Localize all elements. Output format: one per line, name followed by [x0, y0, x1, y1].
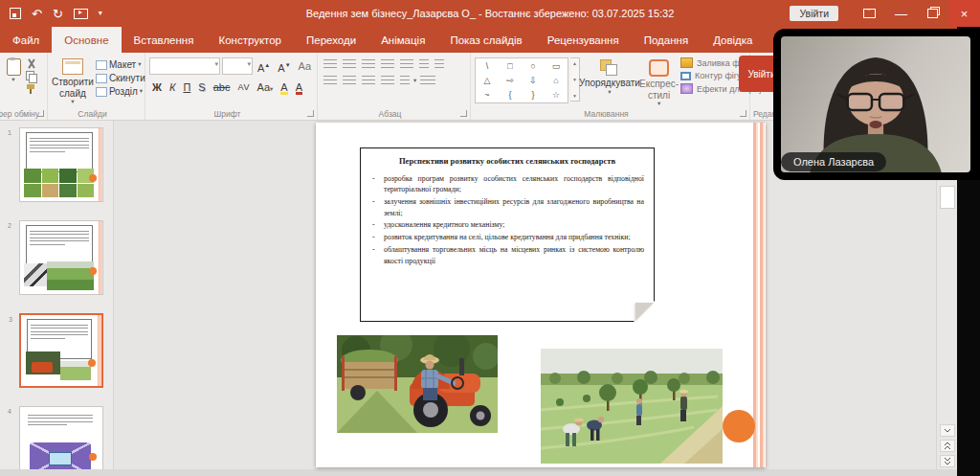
previous-slide-button[interactable] — [940, 440, 955, 452]
shape-brace-left-icon[interactable]: { — [508, 90, 511, 100]
minimize-button[interactable]: — — [885, 0, 917, 27]
drawing-dialog-launcher-icon[interactable] — [740, 110, 746, 117]
shape-curve-icon[interactable]: ~ — [484, 90, 489, 100]
ribbon-display-options-button[interactable] — [854, 0, 885, 27]
quick-styles-button[interactable]: Експрес-стилі ▾ — [639, 57, 679, 107]
italic-button[interactable]: К — [167, 79, 178, 95]
slide-number: 1 — [8, 129, 11, 136]
tab-review[interactable]: Рецензування — [535, 27, 632, 53]
new-slide-button[interactable]: Створити слайд ▾ — [52, 57, 94, 105]
thumb-orange-dot — [89, 267, 97, 275]
cut-icon[interactable] — [25, 58, 37, 69]
arrange-button[interactable]: Упорядкувати ▾ — [582, 57, 637, 95]
slide-textbox[interactable]: Перспективи розвитку особистих селянськи… — [360, 147, 655, 322]
next-slide-button[interactable] — [940, 455, 955, 467]
shape-arrow-down-icon[interactable]: ⇩ — [529, 76, 537, 85]
shapes-gallery[interactable]: \ □ ○ ▭ △ ⇨ ⇩ ⌂ ~ { } ☆ — [475, 57, 568, 103]
orchard-photo-graphic — [541, 349, 723, 464]
close-button[interactable]: × — [948, 0, 980, 27]
current-slide[interactable]: Перспективи розвитку особистих селянськи… — [316, 123, 766, 467]
shape-rounded-rect-icon[interactable]: ▭ — [552, 61, 561, 71]
highlight-color-button[interactable]: А — [278, 79, 290, 95]
restore-button[interactable] — [917, 0, 948, 27]
line-spacing-icon[interactable] — [400, 59, 413, 70]
section-button[interactable]: Розділ▾ — [96, 86, 145, 97]
tab-help[interactable]: Довідка — [701, 27, 765, 53]
shape-rectangle-icon[interactable]: □ — [507, 61, 512, 71]
section-label: Розділ — [109, 86, 138, 97]
align-left-icon[interactable] — [323, 76, 337, 86]
thumb3-orchard-photo — [60, 361, 91, 380]
orchard-photo[interactable] — [541, 349, 723, 464]
justify-icon[interactable] — [381, 76, 394, 86]
align-center-icon[interactable] — [343, 76, 356, 86]
strikethrough-button[interactable]: abc — [211, 79, 234, 95]
thumbnail-slide-4[interactable]: 4 — [19, 406, 103, 469]
tab-transitions[interactable]: Переходи — [294, 27, 368, 53]
tractor-photo[interactable] — [337, 335, 498, 433]
tab-design[interactable]: Конструктор — [206, 27, 294, 53]
text-direction-icon[interactable] — [419, 59, 429, 70]
shape-oval-icon[interactable]: ○ — [530, 61, 535, 71]
customize-qat-icon[interactable]: ▾ — [99, 10, 102, 17]
tab-view[interactable]: Подання — [632, 27, 701, 53]
clear-formatting-button[interactable]: Аа — [296, 58, 315, 74]
shape-callout-icon[interactable]: ⌂ — [553, 76, 558, 85]
shapes-more-icon[interactable]: ▼ — [572, 93, 577, 99]
numbering-icon[interactable] — [343, 59, 356, 70]
thumbnail-slide-2[interactable]: 2 — [19, 220, 103, 295]
increase-font-size-button[interactable]: А▲ — [255, 57, 273, 76]
scrollbar-thumb[interactable] — [940, 186, 955, 209]
start-slideshow-icon[interactable] — [74, 9, 88, 19]
tab-slideshow[interactable]: Показ слайдів — [437, 27, 534, 53]
decrease-font-size-button[interactable]: А▼ — [275, 57, 293, 76]
scroll-down-button[interactable] — [940, 424, 955, 437]
increase-indent-icon[interactable] — [381, 59, 394, 70]
text-shadow-button[interactable]: S — [195, 79, 208, 95]
thumb2-landscape-photo — [47, 261, 94, 290]
align-right-icon[interactable] — [362, 76, 375, 86]
paste-button[interactable]: ▾ — [4, 57, 23, 83]
underline-button[interactable]: П — [180, 79, 193, 95]
tab-insert[interactable]: Вставлення — [122, 27, 207, 53]
bullets-icon[interactable] — [323, 59, 337, 70]
copy-icon[interactable] — [25, 71, 37, 81]
quick-access-toolbar: ↶ ↻ ▾ — [0, 8, 102, 20]
slide-orange-circle-shape[interactable] — [723, 410, 755, 442]
columns-icon[interactable] — [400, 76, 410, 86]
change-case-button[interactable]: Аа▾ — [254, 79, 276, 95]
format-painter-icon[interactable] — [25, 83, 37, 94]
shapes-scroll-up-icon[interactable]: ▲ — [572, 60, 577, 66]
webcam-tile[interactable]: Олена Лазарєва — [773, 29, 980, 180]
decrease-indent-icon[interactable] — [362, 59, 375, 70]
shape-line-icon[interactable]: \ — [486, 61, 489, 71]
slide-thumbnail-panel: 1 2 3 — [0, 121, 114, 469]
tab-file[interactable]: Файл — [0, 27, 52, 53]
font-color-button[interactable]: А — [293, 79, 305, 95]
thumbnail-slide-1[interactable]: 1 — [19, 127, 103, 202]
save-icon[interactable] — [10, 8, 21, 19]
convert-to-smartart-icon[interactable] — [420, 76, 435, 86]
tab-home[interactable]: Основне — [52, 27, 121, 53]
tab-animations[interactable]: Анімація — [368, 27, 437, 53]
shapes-scroll-mid-icon[interactable]: ▼ — [572, 77, 577, 82]
thumb-orange-dot — [89, 453, 97, 461]
font-size-combobox[interactable] — [222, 57, 253, 75]
signin-button[interactable]: Увійти — [790, 6, 838, 22]
clipboard-dialog-launcher-icon[interactable] — [37, 110, 44, 117]
shape-star-icon[interactable]: ☆ — [552, 90, 560, 100]
paragraph-dialog-launcher-icon[interactable] — [460, 110, 467, 117]
reset-button[interactable]: Скинути — [96, 73, 145, 83]
shape-brace-right-icon[interactable]: } — [531, 90, 534, 100]
shape-arrow-right-icon[interactable]: ⇨ — [506, 76, 514, 85]
thumbnail-slide-3-selected[interactable]: 3 — [19, 313, 103, 388]
undo-icon[interactable]: ↶ — [32, 8, 42, 20]
bold-button[interactable]: Ж — [149, 79, 165, 95]
layout-button[interactable]: Макет▾ — [96, 59, 145, 70]
font-name-combobox[interactable] — [149, 57, 220, 75]
character-spacing-button[interactable]: АV — [234, 79, 252, 95]
font-dialog-launcher-icon[interactable] — [307, 110, 314, 117]
redo-icon[interactable]: ↻ — [53, 8, 63, 20]
shape-triangle-icon[interactable]: △ — [484, 76, 491, 85]
align-text-icon[interactable] — [434, 59, 444, 70]
